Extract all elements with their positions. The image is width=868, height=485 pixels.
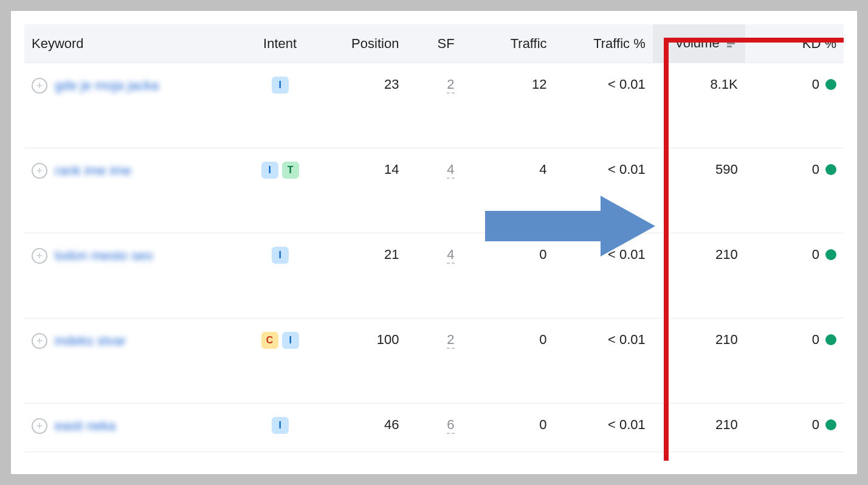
volume-value: 210 (653, 233, 745, 318)
keyword-text[interactable]: easti neka (55, 417, 115, 435)
svg-rect-2 (727, 46, 732, 47)
sf-value[interactable]: 4 (447, 247, 454, 264)
kd-difficulty-dot-icon (825, 164, 836, 175)
kd-difficulty-dot-icon (825, 334, 836, 345)
traffic-percent-value: < 0.01 (554, 148, 653, 233)
sort-desc-icon (727, 36, 738, 52)
keyword-text[interactable]: indeks stvar (55, 332, 126, 350)
position-value: 14 (320, 148, 406, 233)
position-value: 46 (320, 404, 406, 452)
traffic-value: 0 (462, 318, 554, 404)
keyword-text[interactable]: lodon mesto seo (55, 247, 153, 265)
add-keyword-icon[interactable]: + (32, 78, 47, 94)
traffic-percent-value: < 0.01 (554, 404, 653, 452)
col-volume-label: Volume (675, 35, 719, 50)
kd-difficulty-dot-icon (825, 79, 836, 90)
sf-value[interactable]: 2 (447, 77, 454, 94)
intent-badge-i[interactable]: I (272, 77, 289, 94)
traffic-percent-value: < 0.01 (554, 233, 653, 318)
col-position[interactable]: Position (320, 24, 406, 63)
add-keyword-icon[interactable]: + (32, 163, 47, 179)
kd-difficulty-dot-icon (825, 249, 836, 260)
intent-badge-c[interactable]: C (261, 332, 278, 349)
sf-value[interactable]: 2 (447, 332, 454, 349)
table-row: + easti neka I4660< 0.01210 0 (24, 404, 844, 452)
table-row: + gde je moja jacka I23212< 0.018.1K 0 (24, 63, 844, 148)
svg-rect-0 (727, 40, 738, 41)
intent-badge-t[interactable]: T (282, 162, 299, 179)
kd-value: 0 (812, 247, 819, 263)
table-header-row: Keyword Intent Position SF Traffic Traff… (24, 24, 844, 63)
table-row: + lodon mesto seo I2140< 0.01210 0 (24, 233, 844, 318)
svg-rect-1 (727, 43, 735, 44)
traffic-value: 4 (462, 148, 554, 233)
kd-difficulty-dot-icon (825, 419, 836, 430)
traffic-value: 0 (462, 404, 554, 452)
intent-badge-i[interactable]: I (282, 332, 299, 349)
kd-value: 0 (812, 77, 819, 92)
sf-value[interactable]: 4 (447, 162, 454, 179)
sf-value[interactable]: 6 (447, 417, 454, 434)
table-container: Keyword Intent Position SF Traffic Traff… (24, 24, 844, 461)
traffic-value: 12 (462, 63, 554, 148)
col-keyword[interactable]: Keyword (24, 24, 240, 63)
table-row: + indeks stvar CI10020< 0.01210 0 (24, 318, 844, 404)
keyword-text[interactable]: gde je moja jacka (55, 77, 159, 95)
keywords-table: Keyword Intent Position SF Traffic Traff… (24, 24, 844, 452)
col-traffic-percent[interactable]: Traffic % (554, 24, 653, 63)
add-keyword-icon[interactable]: + (32, 248, 47, 264)
col-kd[interactable]: KD % (745, 24, 844, 63)
volume-value: 590 (653, 148, 745, 233)
col-intent[interactable]: Intent (240, 24, 320, 63)
volume-value: 210 (653, 318, 745, 404)
kd-value: 0 (812, 162, 819, 177)
volume-value: 8.1K (653, 63, 745, 148)
keyword-text[interactable]: rank ime ime (55, 162, 131, 180)
traffic-value: 0 (462, 233, 554, 318)
intent-badge-i[interactable]: I (272, 247, 289, 264)
volume-value: 210 (653, 404, 745, 452)
table-row: + rank ime ime IT1444< 0.01590 0 (24, 148, 844, 233)
add-keyword-icon[interactable]: + (32, 418, 47, 434)
screenshot-frame: Keyword Intent Position SF Traffic Traff… (11, 11, 857, 474)
traffic-percent-value: < 0.01 (554, 63, 653, 148)
intent-badge-i[interactable]: I (261, 162, 278, 179)
col-sf[interactable]: SF (406, 24, 461, 63)
position-value: 23 (320, 63, 406, 148)
position-value: 21 (320, 233, 406, 318)
intent-badge-i[interactable]: I (272, 417, 289, 434)
traffic-percent-value: < 0.01 (554, 318, 653, 404)
add-keyword-icon[interactable]: + (32, 333, 47, 349)
position-value: 100 (320, 318, 406, 404)
col-volume[interactable]: Volume (653, 24, 745, 63)
kd-value: 0 (812, 332, 819, 348)
kd-value: 0 (812, 417, 819, 433)
col-traffic[interactable]: Traffic (462, 24, 554, 63)
